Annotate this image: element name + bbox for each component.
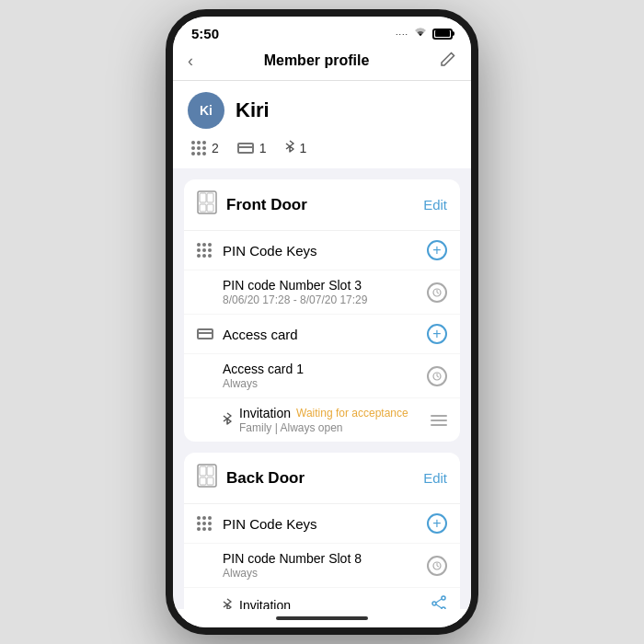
front-pin-category-row: PIN Code Keys + xyxy=(184,231,460,270)
svg-rect-3 xyxy=(207,193,213,202)
front-access-card1-info: Access card 1 Always xyxy=(223,362,304,390)
back-pin-slot8-title: PIN code Number Slot 8 xyxy=(223,551,362,566)
front-door-header-left: Front Door xyxy=(197,190,307,219)
back-invitation-bluetooth-icon xyxy=(223,598,232,610)
svg-rect-13 xyxy=(200,477,206,485)
front-access-icon xyxy=(197,328,213,339)
front-door-name: Front Door xyxy=(226,196,307,214)
status-bar: 5:50 ···· xyxy=(173,17,471,45)
stats-row: 2 1 1 xyxy=(188,140,456,155)
phone-frame: 5:50 ···· ‹ Member profile xyxy=(166,9,478,635)
back-pin-slot8-clock-icon xyxy=(427,556,447,576)
front-access-category-left: Access card xyxy=(197,327,298,342)
back-invitation-label: Invitation xyxy=(239,598,291,609)
front-pin-slot3-subtitle: 8/06/20 17:28 - 8/07/20 17:29 xyxy=(223,293,367,306)
card-count: 1 xyxy=(259,141,267,155)
back-pin-category-left: PIN Code Keys xyxy=(197,516,317,532)
wifi-icon xyxy=(413,27,428,40)
front-access-card1-clock-icon xyxy=(427,366,447,386)
scroll-content: Front Door Edit PIN C xyxy=(173,168,471,609)
back-door-header-left: Back Door xyxy=(197,464,305,492)
front-door-header: Front Door Edit xyxy=(184,179,460,231)
front-invitation-menu-icon[interactable] xyxy=(431,415,447,426)
status-icons: ···· xyxy=(396,27,453,40)
signal-icon: ···· xyxy=(396,29,408,39)
front-invitation-bluetooth-icon xyxy=(223,412,232,428)
front-door-edit-button[interactable]: Edit xyxy=(423,197,447,213)
svg-rect-1 xyxy=(200,193,206,202)
svg-line-7 xyxy=(437,293,439,293)
nav-header: ‹ Member profile xyxy=(173,45,471,80)
status-time: 5:50 xyxy=(191,26,219,41)
svg-line-18 xyxy=(437,566,439,567)
svg-rect-12 xyxy=(200,466,206,476)
back-door-header: Back Door Edit xyxy=(184,453,460,504)
back-door-icon xyxy=(197,464,217,492)
svg-line-22 xyxy=(436,599,442,603)
front-invitation-label: Invitation xyxy=(239,406,291,420)
front-pin-slot3-clock-icon xyxy=(427,282,447,303)
front-access-add-button[interactable]: + xyxy=(427,324,447,344)
front-access-card1-subtitle: Always xyxy=(223,377,304,390)
avatar: Ki xyxy=(188,92,224,129)
svg-rect-15 xyxy=(207,477,213,485)
back-pin-slot8-row: PIN code Number Slot 8 Always xyxy=(184,544,460,588)
svg-rect-4 xyxy=(207,204,213,212)
page-title: Member profile xyxy=(264,52,370,69)
front-pin-slot3-row: PIN code Number Slot 3 8/06/20 17:28 - 8… xyxy=(184,270,460,315)
svg-point-19 xyxy=(442,596,445,600)
back-invitation-left: Invitation xyxy=(223,598,291,610)
bluetooth-stat-icon xyxy=(285,140,294,155)
stat-bluetooth: 1 xyxy=(285,140,307,155)
front-access-category-row: Access card + xyxy=(184,315,460,354)
front-invitation-waiting: Waiting for acceptance xyxy=(296,407,408,420)
svg-rect-2 xyxy=(200,204,206,212)
pin-stat-icon xyxy=(191,141,206,155)
back-door-section: Back Door Edit PIN Co xyxy=(184,453,460,609)
front-invitation-left: Invitation Waiting for acceptance Family… xyxy=(223,406,408,434)
front-door-icon xyxy=(197,190,217,219)
svg-rect-14 xyxy=(207,466,213,476)
front-access-card1-title: Access card 1 xyxy=(223,362,304,376)
battery-icon xyxy=(432,29,453,40)
front-pin-slot3-info: PIN code Number Slot 3 8/06/20 17:28 - 8… xyxy=(223,278,367,306)
front-door-section: Front Door Edit PIN C xyxy=(184,179,460,442)
back-door-name: Back Door xyxy=(226,469,305,488)
back-door-edit-button[interactable]: Edit xyxy=(423,470,447,486)
front-access-label: Access card xyxy=(223,327,298,342)
svg-line-10 xyxy=(437,376,439,377)
front-pin-slot3-title: PIN code Number Slot 3 xyxy=(223,278,367,293)
edit-icon[interactable] xyxy=(440,51,456,71)
front-pin-icon xyxy=(197,243,213,258)
back-pin-add-button[interactable]: + xyxy=(427,513,447,534)
front-pin-add-button[interactable]: + xyxy=(427,240,447,260)
profile-name: Kiri xyxy=(236,98,270,122)
back-pin-label: PIN Code Keys xyxy=(223,516,317,532)
phone-inner: 5:50 ···· ‹ Member profile xyxy=(173,17,471,627)
front-pin-label: PIN Code Keys xyxy=(223,243,317,259)
front-pin-category-left: PIN Code Keys xyxy=(197,243,317,259)
back-pin-slot8-info: PIN code Number Slot 8 Always xyxy=(223,551,362,580)
pin-count: 2 xyxy=(212,141,219,155)
back-button[interactable]: ‹ xyxy=(188,52,193,71)
profile-section: Ki Kiri 2 xyxy=(173,81,471,168)
home-bar xyxy=(276,616,368,620)
profile-row: Ki Kiri xyxy=(188,92,456,129)
back-pin-icon xyxy=(197,516,213,531)
back-pin-slot8-subtitle: Always xyxy=(223,567,362,580)
front-invitation-text-block: Invitation Waiting for acceptance Family… xyxy=(239,406,408,434)
back-pin-category-row: PIN Code Keys + xyxy=(184,504,460,544)
svg-line-23 xyxy=(436,604,442,608)
stat-pin: 2 xyxy=(191,141,219,155)
front-invitation-subtext: Family | Always open xyxy=(239,421,408,434)
bluetooth-count: 1 xyxy=(300,141,307,155)
card-stat-icon xyxy=(237,143,254,154)
svg-point-21 xyxy=(432,602,436,605)
back-invitation-share-icon[interactable] xyxy=(431,595,447,609)
front-access-card1-row: Access card 1 Always xyxy=(184,354,460,398)
front-invitation-row: Invitation Waiting for acceptance Family… xyxy=(184,398,460,442)
home-indicator xyxy=(173,609,471,627)
back-invitation-row: Invitation xyxy=(184,588,460,609)
stat-card: 1 xyxy=(237,141,267,155)
